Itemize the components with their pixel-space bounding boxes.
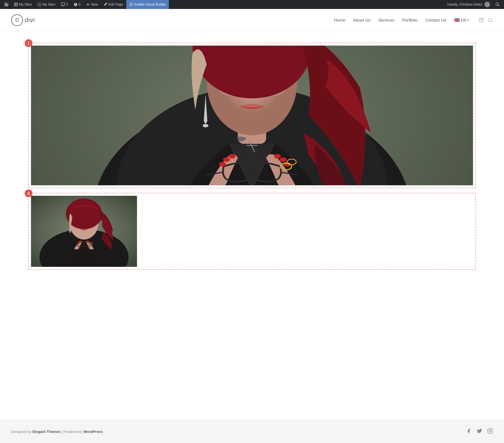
svg-point-5	[488, 18, 492, 22]
cart-icon-button[interactable]	[479, 18, 484, 23]
svg-point-30	[280, 157, 286, 162]
instagram-social-link[interactable]	[487, 428, 493, 435]
svg-point-45	[77, 242, 80, 244]
logo-text: divi	[25, 17, 35, 24]
admin-avatar	[484, 2, 490, 7]
svg-line-6	[491, 21, 492, 22]
portrait-svg-large	[31, 46, 473, 185]
admin-bar-my-sites[interactable]: My Sites	[12, 0, 34, 9]
search-icon-button[interactable]	[488, 18, 493, 23]
footer-elegant-themes-link[interactable]: Elegant Themes	[32, 430, 60, 434]
admin-bar-user[interactable]: Howdy, Christina Gwira	[445, 0, 492, 9]
svg-point-27	[223, 157, 230, 162]
site-logo[interactable]: D divi	[11, 14, 35, 26]
nav-item-contact[interactable]: Contact Us	[425, 18, 446, 22]
section-number-1: 1	[25, 39, 32, 47]
portrait-svg-small	[31, 196, 137, 267]
site-header: D divi Home About Us Services Portfolio …	[0, 9, 504, 31]
admin-bar-new-count[interactable]: 0	[71, 0, 83, 9]
nav-language-selector[interactable]: 🇬🇧 EN ▾	[454, 17, 469, 23]
nav-icons	[479, 18, 493, 23]
nav-item-home[interactable]: Home	[334, 18, 345, 22]
site-footer: Designed by Elegant Themes | Powered by …	[0, 420, 504, 443]
nav-item-services[interactable]: Services	[378, 18, 395, 22]
footer-credit: Designed by Elegant Themes | Powered by …	[11, 430, 103, 434]
nav-item-portfolio[interactable]: Portfolio	[402, 18, 417, 22]
section-number-2: 2	[25, 189, 32, 197]
footer-wordpress-link[interactable]: WordPress	[83, 430, 102, 434]
svg-point-26	[229, 154, 235, 159]
svg-point-44	[79, 241, 81, 242]
section-2-image	[31, 196, 137, 267]
facebook-social-link[interactable]	[466, 428, 472, 435]
section-1-image	[31, 45, 473, 185]
nav-item-about[interactable]: About Us	[353, 18, 370, 22]
admin-bar-comments[interactable]: 3	[59, 0, 70, 9]
admin-bar-wp-icon[interactable]	[2, 0, 11, 9]
admin-bar-search[interactable]	[493, 0, 502, 9]
svg-point-29	[274, 154, 281, 159]
footer-social	[466, 428, 493, 435]
admin-bar-new[interactable]: New	[84, 0, 100, 9]
admin-bar-right: Howdy, Christina Gwira	[445, 0, 502, 9]
admin-bar: My Sites D My Sites 3 0 New Edit Page	[0, 0, 504, 9]
logo-circle: D	[11, 14, 23, 26]
admin-bar-visual-builder[interactable]: D Enable Visual Builder	[126, 0, 169, 9]
svg-point-22	[203, 124, 208, 127]
chevron-down-icon: ▾	[467, 18, 469, 22]
twitter-social-link[interactable]	[477, 428, 482, 435]
language-flag: 🇬🇧	[454, 17, 460, 23]
site-nav: Home About Us Services Portfolio Contact…	[334, 17, 493, 23]
svg-rect-49	[488, 429, 493, 433]
svg-point-28	[219, 162, 226, 166]
svg-text:D: D	[130, 4, 132, 6]
section-2-row	[31, 196, 473, 267]
svg-point-42	[66, 199, 102, 229]
admin-bar-edit-page[interactable]: Edit Page	[101, 0, 125, 9]
section-2-wrapper: 2	[28, 193, 476, 270]
section-1-wrapper: 1	[28, 43, 476, 188]
main-content: 1	[0, 31, 504, 286]
admin-bar-divi[interactable]: D My Sites	[35, 0, 58, 9]
svg-text:D: D	[39, 4, 40, 6]
svg-point-46	[87, 241, 89, 242]
comments-count: 3	[66, 3, 68, 6]
